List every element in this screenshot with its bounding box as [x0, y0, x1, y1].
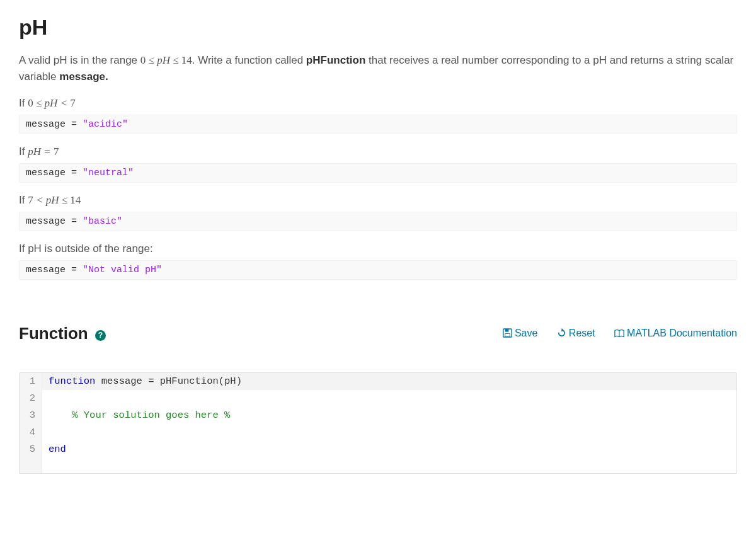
code-snippet: message = "neutral" — [19, 163, 737, 183]
line-number: 3 — [20, 407, 42, 424]
documentation-label: MATLAB Documentation — [627, 328, 737, 338]
line-number: 5 — [20, 441, 42, 458]
reset-label: Reset — [569, 328, 595, 338]
desc-text: A valid pH is in the range — [19, 54, 140, 66]
editor-line[interactable]: 2 — [20, 390, 736, 407]
code-content[interactable]: end — [42, 441, 66, 458]
desc-math-range: 0 ≤ pH ≤ 14 — [140, 54, 192, 66]
reset-button[interactable]: Reset — [557, 328, 598, 338]
code-editor[interactable]: 1function message = pHFunction(pH)23 % Y… — [19, 372, 737, 474]
condition-label: If pH is outside of the range: — [19, 243, 737, 255]
documentation-link[interactable]: MATLAB Documentation — [614, 328, 737, 338]
line-number: 1 — [20, 373, 42, 390]
condition-label: If pH = 7 — [19, 146, 737, 158]
save-icon — [503, 328, 512, 340]
page-title: pH — [19, 15, 737, 40]
code-snippet: message = "Not valid pH" — [19, 260, 737, 280]
desc-text: . Write a function called — [192, 54, 306, 66]
code-content[interactable] — [42, 390, 49, 407]
line-number: 2 — [20, 390, 42, 407]
editor-toolbar: Save Reset MATLAB Documentation — [486, 328, 737, 340]
editor-line[interactable]: 3 % Your solution goes here % — [20, 407, 736, 424]
svg-rect-2 — [505, 333, 510, 336]
editor-line[interactable]: 5end — [20, 441, 736, 458]
save-label: Save — [515, 328, 537, 338]
code-content[interactable] — [42, 424, 49, 441]
editor-line[interactable]: 4 — [20, 424, 736, 441]
code-snippet: message = "acidic" — [19, 115, 737, 134]
book-icon — [614, 329, 624, 340]
section-title-text: Function — [19, 324, 88, 343]
reset-icon — [557, 328, 566, 340]
section-title: Function ? — [19, 324, 106, 343]
problem-description: A valid pH is in the range 0 ≤ pH ≤ 14. … — [19, 52, 737, 86]
line-number: 4 — [20, 424, 42, 441]
editor-line[interactable]: 1function message = pHFunction(pH) — [20, 373, 736, 390]
svg-rect-1 — [505, 329, 509, 332]
code-content[interactable]: % Your solution goes here % — [42, 407, 230, 424]
variable-name: message. — [59, 71, 108, 83]
condition-label: If 0 ≤ pH < 7 — [19, 97, 737, 110]
save-button[interactable]: Save — [503, 328, 541, 338]
code-content[interactable]: function message = pHFunction(pH) — [42, 373, 242, 390]
function-name: pHFunction — [306, 54, 365, 66]
code-snippet: message = "basic" — [19, 212, 737, 231]
help-icon[interactable]: ? — [95, 330, 106, 341]
condition-label: If 7 < pH ≤ 14 — [19, 194, 737, 207]
